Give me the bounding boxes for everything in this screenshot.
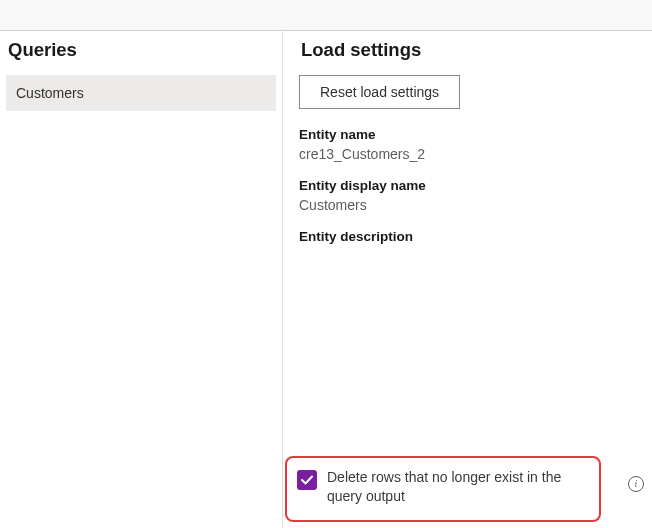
content-area: Queries Customers Load settings Reset lo…	[0, 31, 652, 528]
checkmark-icon	[300, 473, 314, 487]
entity-description-label: Entity description	[299, 229, 646, 244]
queries-panel: Queries Customers	[0, 31, 282, 528]
delete-rows-checkbox[interactable]	[297, 470, 317, 490]
entity-display-name-label: Entity display name	[299, 178, 646, 193]
reset-load-settings-button[interactable]: Reset load settings	[299, 75, 460, 109]
load-settings-panel: Load settings Reset load settings Entity…	[282, 31, 652, 528]
field-entity-description: Entity description	[299, 229, 646, 244]
top-bar	[0, 0, 652, 31]
delete-rows-checkbox-label: Delete rows that no longer exist in the …	[327, 468, 589, 506]
delete-rows-highlight: Delete rows that no longer exist in the …	[285, 456, 601, 522]
entity-name-label: Entity name	[299, 127, 646, 142]
field-entity-display-name: Entity display name Customers	[299, 178, 646, 213]
load-settings-title: Load settings	[299, 39, 646, 61]
entity-display-name-value: Customers	[299, 197, 646, 213]
entity-name-value: cre13_Customers_2	[299, 146, 646, 162]
query-item-customers[interactable]: Customers	[6, 75, 276, 111]
info-icon[interactable]: i	[628, 476, 644, 492]
field-entity-name: Entity name cre13_Customers_2	[299, 127, 646, 162]
queries-title: Queries	[6, 39, 276, 61]
